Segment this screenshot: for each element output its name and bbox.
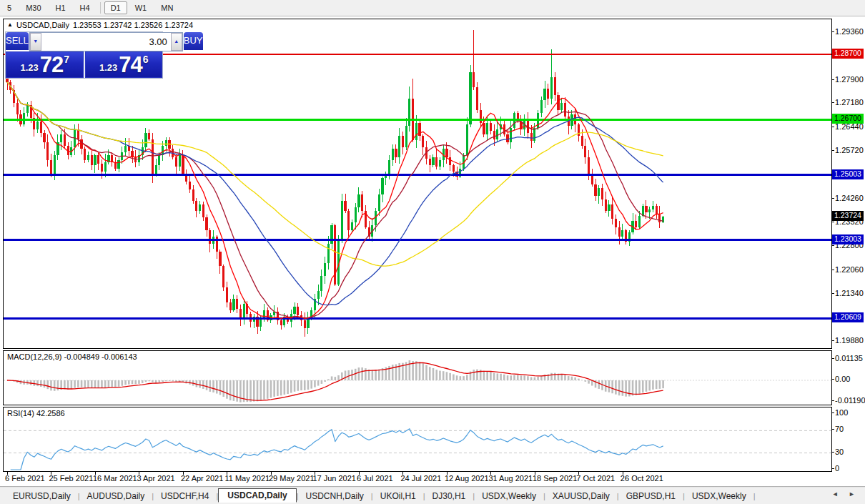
rsi-chart — [4, 407, 831, 471]
macd-axis: 0.011350.00-0.011904 — [832, 350, 865, 405]
rsi-axis-tick-70: 70 — [835, 425, 844, 433]
date-label-26-Oct-2021: 26 Oct 2021 — [621, 474, 663, 483]
rsi-axis-tick-100: 100 — [835, 408, 848, 417]
macd-label: MACD(12,26,9) -0.004849 -0.006143 — [7, 352, 137, 361]
buy-button[interactable]: BUY — [184, 32, 203, 51]
rsi-axis-tick-30: 30 — [835, 448, 844, 456]
level-price-label-1.23003: 1.23003 — [832, 234, 864, 244]
tab-AUDUSD-Daily[interactable]: AUDUSD,Daily — [80, 490, 152, 503]
main-chart-pane[interactable]: ▲ USDCAD,Daily 1.23553 1.23742 1.23526 1… — [3, 19, 832, 349]
macd-axis-tick-0.00: 0.00 — [835, 375, 850, 383]
date-label-25-Feb-2021: 25 Feb 2021 — [49, 474, 93, 483]
date-label-22-Apr-2021: 22 Apr 2021 — [181, 474, 223, 483]
timeframe-button-W1[interactable]: W1 — [129, 2, 154, 14]
ask-price-tile[interactable]: 1.23 74 6 — [85, 51, 163, 78]
chart-ohlc-values: 1.23553 1.23742 1.23526 1.23724 — [73, 21, 193, 29]
price-axis-tick-1.21340: 1.21340 — [835, 289, 864, 297]
tab-scroll-arrows[interactable]: ◄ ► — [832, 490, 859, 498]
date-label-6-Feb-2021: 6 Feb 2021 — [5, 474, 45, 483]
tab-XAUUSD-Daily[interactable]: XAUUSD,Daily — [545, 490, 617, 503]
price-axis-tick-1.19880: 1.19880 — [835, 336, 864, 345]
bid-price-pip: 7 — [64, 54, 69, 65]
timeframe-toolbar: 5M30H1H4D1W1MN — [0, 0, 865, 16]
volume-spinner: ▼ ▲ — [29, 32, 183, 51]
tab-UKOil-H1[interactable]: UKOil,H1 — [373, 490, 423, 503]
rsi-label: RSI(14) 42.2586 — [7, 409, 65, 417]
date-label-31-Aug-2021: 31 Aug 2021 — [488, 474, 533, 483]
date-label-3-Apr-2021: 3 Apr 2021 — [137, 474, 174, 483]
date-label-24-Jul-2021: 24 Jul 2021 — [400, 474, 441, 483]
tab-USDCAD-Daily[interactable]: USDCAD,Daily — [218, 488, 296, 503]
chart-symbol-label: USDCAD,Daily — [16, 21, 69, 29]
price-axis-tick-1.29360: 1.29360 — [835, 27, 864, 36]
timeframe-button-H4[interactable]: H4 — [74, 2, 97, 14]
macd-indicator-pane[interactable]: MACD(12,26,9) -0.004849 -0.006143 — [3, 350, 832, 405]
toolbar-separator — [100, 2, 101, 14]
macd-axis-tick--0.011904: -0.011904 — [835, 396, 865, 405]
level-price-label-1.28700: 1.28700 — [832, 49, 864, 59]
price-axis-tick-1.24260: 1.24260 — [835, 194, 864, 202]
timeframe-button-5[interactable]: 5 — [1, 2, 18, 14]
level-price-label-1.25003: 1.25003 — [832, 169, 864, 179]
date-label-12-Aug-2021: 12 Aug 2021 — [445, 474, 489, 483]
date-label-6-Jul-2021: 6 Jul 2021 — [357, 474, 393, 483]
price-axis-tick-1.27180: 1.27180 — [835, 98, 864, 107]
tab-USDX-Weekly[interactable]: USDX,Weekly — [475, 490, 543, 503]
collapse-icon[interactable]: ▲ — [7, 21, 13, 28]
chart-title: ▲ USDCAD,Daily 1.23553 1.23742 1.23526 1… — [7, 21, 193, 29]
tab-DJ30-H1[interactable]: DJ30,H1 — [425, 490, 473, 503]
level-price-label-1.20609: 1.20609 — [832, 312, 864, 322]
bid-price-prefix: 1.23 — [20, 62, 38, 73]
price-axis: 1.293601.279001.271801.264401.257201.242… — [832, 19, 865, 349]
tab-USDX-Weekly[interactable]: USDX,Weekly — [685, 490, 753, 503]
macd-axis-tick-0.01135: 0.01135 — [835, 354, 863, 362]
ask-price-prefix: 1.23 — [99, 62, 117, 73]
rsi-indicator-pane[interactable]: RSI(14) 42.2586 — [3, 407, 832, 472]
date-label-17-Jun-2021: 17 Jun 2021 — [312, 474, 356, 483]
trading-platform-window: 5M30H1H4D1W1MN ▲ USDCAD,Daily 1.23553 1.… — [0, 0, 865, 504]
date-label-7-Oct-2021: 7 Oct 2021 — [576, 474, 615, 483]
tab-GBPUSD-H1[interactable]: GBPUSD,H1 — [619, 490, 683, 503]
bid-price-tile[interactable]: 1.23 72 7 — [6, 51, 84, 78]
price-axis-tick-1.27900: 1.27900 — [835, 75, 864, 84]
level-price-label-1.26700: 1.26700 — [832, 114, 864, 124]
tab-USDCHF-H4[interactable]: USDCHF,H4 — [154, 490, 216, 503]
tab-EURUSD-Daily[interactable]: EURUSD,Daily — [6, 490, 78, 503]
price-axis-tick-1.25720: 1.25720 — [835, 146, 864, 154]
tab-separator: | — [753, 492, 756, 500]
chart-tab-bar: EURUSD,Daily|AUDUSD,Daily|USDCHF,H4|USDC… — [0, 488, 865, 504]
ask-price-pip: 6 — [143, 54, 149, 65]
volume-input[interactable] — [41, 33, 171, 51]
timeframe-button-H1[interactable]: H1 — [49, 2, 72, 14]
rsi-axis: 10070300 — [832, 407, 865, 472]
date-label-18-Sep-2021: 18 Sep 2021 — [533, 474, 577, 483]
current-price-label: 1.23724 — [832, 211, 864, 221]
price-axis-tick-1.22060: 1.22060 — [835, 265, 864, 274]
timeframe-button-D1[interactable]: D1 — [104, 1, 127, 14]
timeframe-button-M30[interactable]: M30 — [19, 2, 47, 14]
volume-increase-button[interactable]: ▲ — [171, 33, 182, 51]
timeframe-button-MN[interactable]: MN — [154, 2, 179, 14]
date-label-11-May-2021: 11 May 2021 — [224, 474, 270, 483]
bid-price-big: 72 — [40, 55, 63, 75]
one-click-trade-widget: SELL ▼ ▲ BUY 1.23 72 7 1.23 74 6 — [5, 31, 163, 79]
date-axis: 6 Feb 202125 Feb 202116 Mar 20213 Apr 20… — [3, 472, 865, 485]
tab-USDCNH-Daily[interactable]: USDCNH,Daily — [299, 490, 371, 503]
volume-decrease-button[interactable]: ▼ — [30, 33, 41, 51]
date-label-16-Mar-2021: 16 Mar 2021 — [93, 474, 137, 483]
ask-price-big: 74 — [119, 55, 142, 75]
date-label-29-May-2021: 29 May 2021 — [269, 474, 315, 483]
sell-button[interactable]: SELL — [6, 32, 29, 51]
